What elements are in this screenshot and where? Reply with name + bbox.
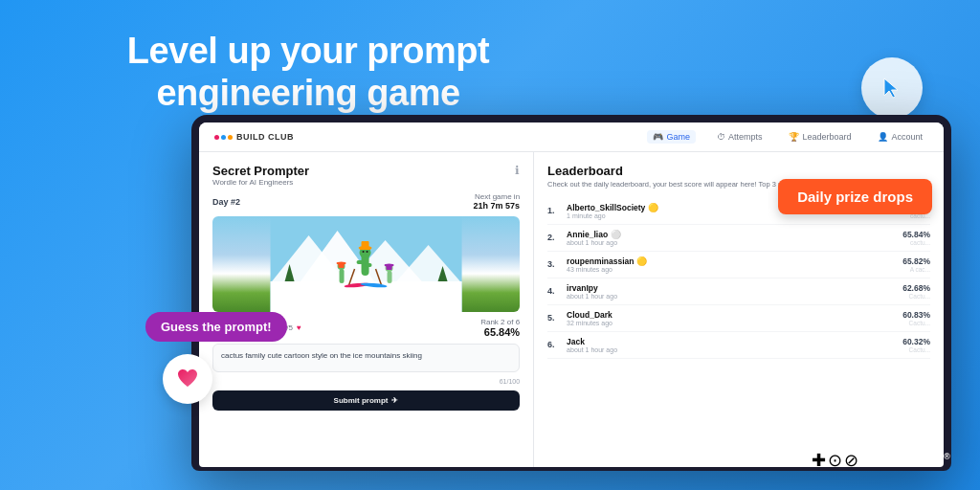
game-meta: Day #2 Next game in 21h 7m 57s (212, 192, 520, 211)
lb-entry-2: 2. Annie_liao ⚪ about 1 hour ago 65.84% … (547, 225, 930, 252)
logo-dots (214, 135, 233, 140)
lb-rank-6: 6. (547, 340, 561, 349)
svg-rect-15 (362, 241, 369, 249)
nav-tabs: 🎮 Game ⏱ Attempts 🏆 Leaderboard 👤 Accoun… (647, 130, 928, 144)
lb-badge-3: 🟡 (636, 256, 647, 266)
account-tab-icon: 👤 (878, 132, 888, 142)
lb-preview-3: A cac... (902, 266, 930, 273)
account-tab-label: Account (891, 132, 923, 142)
svg-rect-24 (339, 263, 345, 268)
lb-preview-2: cactu... (902, 239, 930, 246)
lb-preview-6: Cactu... (902, 346, 930, 353)
lb-time-4: about 1 hour ago (567, 293, 897, 300)
lb-entry-3: 3. roupenminassian 🟡 43 minutes ago 65.8… (547, 252, 930, 278)
svg-rect-28 (387, 265, 392, 270)
lb-name-4: irvanIpy (567, 283, 897, 293)
next-game-label: Next game in (475, 192, 520, 201)
lb-score-2: 65.84% (902, 230, 930, 239)
cursor-icon-circle (861, 57, 923, 119)
rank-info: Rank 2 of 6 65.84% (480, 318, 520, 338)
score-percentage: 65.84% (480, 326, 520, 338)
hero-line1: Level up your prompt (38, 31, 578, 73)
tab-attempts[interactable]: ⏱ Attempts (711, 130, 768, 144)
attempts-tab-icon: ⏱ (717, 132, 725, 142)
lb-name-text-2: Annie_liao (567, 230, 608, 239)
lb-score-col-6: 60.32% Cactu... (902, 337, 930, 353)
leaderboard-tab-label: Leaderboard (802, 132, 851, 142)
lb-time-3: 43 minutes ago (567, 266, 897, 273)
lb-time-6: about 1 hour ago (567, 346, 897, 353)
lb-name-text-1: Alberto_SkillSociety (567, 203, 645, 212)
svg-rect-25 (388, 271, 392, 283)
tab-account[interactable]: 👤 Account (872, 130, 928, 144)
lb-name-text-3: roupenminassian (567, 256, 634, 266)
logo-dot-blue (221, 135, 226, 140)
lb-entry-4: 4. irvanIpy about 1 hour ago 62.68% Cact… (547, 278, 930, 305)
bc-plus-icon: ✚ (812, 450, 826, 471)
lb-rank-1: 1. (547, 206, 561, 215)
cactus-scene-svg (212, 216, 520, 312)
heart-icon (174, 366, 201, 392)
lb-score-4: 62.68% (902, 283, 930, 293)
lb-score-3: 65.82% (902, 256, 930, 266)
leaderboard-tab-icon: 🏆 (789, 132, 799, 142)
logo-dot-orange (228, 135, 233, 140)
lb-score-col-2: 65.84% cactu... (902, 230, 930, 246)
svg-point-12 (363, 251, 365, 253)
game-header: Secret Prompter Wordle for AI Engineers … (212, 164, 520, 187)
hero-line2: engineering game (38, 73, 578, 115)
lb-badge-2: ⚪ (611, 230, 621, 239)
send-icon: ✈ (391, 396, 398, 405)
svg-rect-21 (340, 269, 345, 283)
game-title-group: Secret Prompter Wordle for AI Engineers (212, 164, 309, 187)
lb-name-5: Cloud_Dark (567, 310, 897, 320)
lb-preview-4: Cactu... (902, 293, 930, 300)
submit-button[interactable]: Submit prompt ✈ (212, 390, 520, 411)
lb-score-6: 60.32% (902, 337, 930, 346)
tab-leaderboard[interactable]: 🏆 Leaderboard (783, 130, 857, 144)
lb-info-2: Annie_liao ⚪ about 1 hour ago (567, 230, 897, 246)
nav-logo-text: BUILD CLUB (236, 132, 294, 142)
lb-rank-4: 4. (547, 286, 561, 296)
lb-score-col-4: 62.68% Cactu... (902, 283, 930, 300)
prize-badge[interactable]: Daily prize drops (778, 179, 932, 214)
next-game-info: Next game in 21h 7m 57s (474, 192, 521, 211)
game-title: Secret Prompter (212, 164, 309, 178)
lb-badge-1: 🟡 (648, 203, 658, 212)
game-panel: Secret Prompter Wordle for AI Engineers … (199, 152, 534, 467)
lb-time-2: about 1 hour ago (567, 239, 897, 246)
lb-info-5: Cloud_Dark 32 minutes ago (567, 310, 897, 326)
game-subtitle: Wordle for AI Engineers (212, 178, 309, 187)
device-screen: BUILD CLUB 🎮 Game ⏱ Attempts 🏆 Leaderboa… (199, 122, 944, 467)
prompt-input[interactable]: cactus family cute cartoon style on the … (212, 344, 520, 372)
next-game-time: 21h 7m 57s (474, 201, 521, 211)
lb-time-5: 32 minutes ago (567, 320, 897, 326)
lb-name-text-6: Jack (567, 337, 585, 346)
build-club-name: BUILD CLUB ® (864, 451, 951, 471)
lb-info-3: roupenminassian 🟡 43 minutes ago (567, 256, 897, 273)
svg-point-13 (367, 251, 368, 253)
tab-game[interactable]: 🎮 Game (647, 130, 696, 144)
build-club-text: BUILD CLUB ® (864, 451, 951, 471)
game-tab-icon: 🎮 (653, 132, 663, 142)
leaderboard-list: 1. Alberto_SkillSociety 🟡 1 minute ago 6… (547, 198, 930, 359)
leaderboard-title: Leaderboard (547, 164, 930, 178)
char-count: 61/100 (212, 378, 520, 385)
lb-entry-6: 6. Jack about 1 hour ago 60.32% Cactu... (547, 332, 930, 359)
lb-name-2: Annie_liao ⚪ (567, 230, 897, 239)
lb-rank-5: 5. (547, 313, 561, 323)
build-club-icons: ✚ ⊙ ⊘ (812, 450, 858, 471)
lb-info-6: Jack about 1 hour ago (567, 337, 897, 353)
svg-rect-10 (366, 263, 372, 267)
lb-name-3: roupenminassian 🟡 (567, 256, 897, 266)
lb-name-6: Jack (567, 337, 897, 346)
nav-logo: BUILD CLUB (214, 132, 294, 142)
lb-entry-5: 5. Cloud_Dark 32 minutes ago 60.83% Cact… (547, 305, 930, 332)
nav-bar: BUILD CLUB 🎮 Game ⏱ Attempts 🏆 Leaderboa… (199, 122, 944, 152)
attempts-tab-label: Attempts (728, 132, 763, 142)
heart-icon-circle (163, 354, 212, 404)
lb-name-text-5: Cloud_Dark (567, 310, 612, 320)
lb-score-col-3: 65.82% A cac... (902, 256, 930, 273)
lb-rank-2: 2. (547, 233, 561, 242)
device-frame: BUILD CLUB 🎮 Game ⏱ Attempts 🏆 Leaderboa… (191, 115, 951, 471)
